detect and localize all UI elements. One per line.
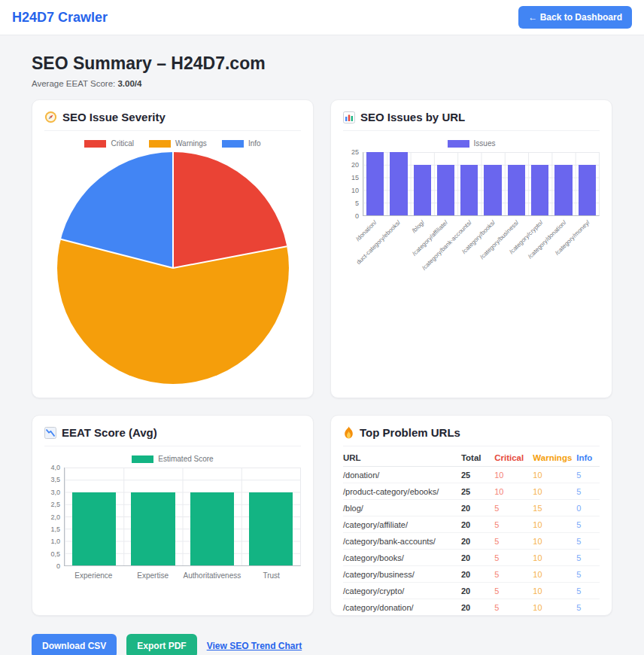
- y-tick-label: 20: [351, 161, 359, 169]
- table-row: /category/donation/205105: [343, 599, 600, 616]
- table-row: /category/business/205105: [343, 566, 600, 583]
- pie-slice-divider: [60, 239, 173, 269]
- issues-bar[interactable]: [390, 152, 407, 215]
- fire-icon: [343, 426, 354, 439]
- issues-bar[interactable]: [366, 152, 384, 215]
- legend-item[interactable]: Issues: [448, 139, 496, 148]
- x-tick: duct-category/ebooks/: [387, 216, 411, 272]
- top-bar: H24D7 Crawler ← Back to Dashboard: [0, 0, 644, 35]
- y-tick-label: 2,0: [50, 513, 60, 521]
- issues-bar[interactable]: [579, 165, 596, 215]
- cell-url: /category/donation/: [343, 599, 461, 616]
- legend-label: Issues: [474, 139, 496, 148]
- issues-chart: 2520151050 /donation/duct-category/ebook…: [343, 152, 600, 272]
- view-seo-trend-chart-link[interactable]: View SEO Trend Chart: [207, 641, 302, 651]
- eeat-plot[interactable]: [64, 468, 301, 566]
- issues-y-axis: 2520151050: [343, 152, 363, 216]
- eeat-x-labels: ExperienceExpertiseAuthoritativenessTrus…: [64, 571, 301, 580]
- eeat-bar[interactable]: [72, 492, 116, 566]
- legend-item[interactable]: Estimated Score: [132, 455, 213, 463]
- cell-warnings: 10: [533, 583, 576, 599]
- table-row: /category/crypto/205105: [343, 583, 600, 599]
- cell-info: 5: [576, 516, 600, 533]
- average-eeat-score-label: Average EEAT Score:: [32, 79, 115, 88]
- table-row: /category/bank-accounts/205105: [343, 533, 600, 550]
- issues-bar[interactable]: [484, 165, 501, 215]
- cell-url: /category/books/: [343, 550, 461, 566]
- cell-info: 0: [576, 500, 600, 516]
- issues-bar[interactable]: [508, 165, 525, 215]
- eeat-legend: Estimated Score: [44, 455, 301, 463]
- cell-url: /category/business/: [343, 566, 461, 583]
- x-tick: /category/money/: [576, 216, 600, 272]
- severity-pie[interactable]: [57, 152, 289, 384]
- cell-total: 20: [461, 599, 494, 616]
- eeat-bar[interactable]: [190, 492, 234, 566]
- legend-swatch: [149, 140, 171, 148]
- cell-total: 20: [461, 566, 494, 583]
- cell-critical: 10: [494, 483, 533, 500]
- cell-critical: 5: [494, 583, 533, 599]
- card-top-problem-urls: Top Problem URLs URLTotalCriticalWarning…: [330, 415, 612, 616]
- eeat-bar[interactable]: [131, 492, 175, 566]
- legend-item[interactable]: Info: [222, 139, 261, 148]
- x-tick-label: Trust: [242, 571, 301, 580]
- compass-icon: [44, 111, 57, 123]
- legend-label: Estimated Score: [158, 455, 213, 463]
- cell-url: /donation/: [343, 467, 461, 483]
- issues-bar[interactable]: [531, 165, 548, 215]
- cell-total: 20: [461, 550, 494, 566]
- issues-bar[interactable]: [460, 165, 478, 215]
- top-problem-urls-table: URLTotalCriticalWarningsInfo /donation/2…: [343, 449, 600, 616]
- cell-critical: 5: [494, 533, 533, 550]
- cell-info: 5: [576, 533, 600, 550]
- cell-critical: 5: [494, 500, 533, 516]
- card-title-issues: SEO Issues by URL: [343, 111, 600, 131]
- cell-url: /category/bank-accounts/: [343, 533, 461, 550]
- table-header-critical: Critical: [494, 449, 533, 467]
- y-tick-label: 25: [351, 148, 359, 156]
- issues-plot[interactable]: [363, 152, 600, 216]
- page-title: SEO Summary – H24D7.com: [32, 53, 612, 74]
- export-pdf-button[interactable]: Export PDF: [126, 634, 196, 655]
- issues-bar[interactable]: [437, 165, 454, 215]
- cell-info: 5: [576, 550, 600, 566]
- pie-slice-divider: [172, 152, 174, 268]
- x-tick-label: /donation/: [354, 219, 378, 242]
- bar-chart-icon: [343, 111, 355, 123]
- cell-warnings: 10: [533, 566, 576, 583]
- back-to-dashboard-button[interactable]: ← Back to Dashboard: [518, 6, 632, 29]
- legend-swatch: [132, 455, 153, 463]
- legend-item[interactable]: Critical: [84, 139, 134, 148]
- legend-swatch: [84, 140, 106, 148]
- average-eeat-score-value: 3.00/4: [117, 79, 141, 88]
- table-row: /category/affiliate/205105: [343, 516, 600, 533]
- issues-bar[interactable]: [414, 165, 431, 215]
- y-tick-label: 3,5: [50, 476, 60, 483]
- cell-info: 5: [576, 583, 600, 599]
- table-row: /category/books/205105: [343, 550, 600, 566]
- x-tick-label: Authoritativeness: [183, 571, 242, 580]
- y-tick-label: 4,0: [50, 464, 60, 471]
- cell-warnings: 10: [533, 550, 576, 566]
- download-csv-button[interactable]: Download CSV: [32, 634, 117, 655]
- legend-swatch: [448, 140, 469, 148]
- eeat-bar[interactable]: [249, 492, 293, 566]
- y-tick-label: 10: [351, 187, 359, 194]
- cell-total: 25: [461, 467, 494, 483]
- issues-x-labels: /donation/duct-category/ebooks//blog//ca…: [363, 216, 600, 272]
- issues-bar[interactable]: [554, 165, 572, 215]
- legend-label: Warnings: [175, 139, 207, 148]
- cell-total: 25: [461, 483, 494, 500]
- issues-legend: Issues: [343, 139, 600, 148]
- x-tick-label: Experience: [64, 571, 123, 580]
- x-tick-label: /blog/: [410, 219, 425, 234]
- legend-item[interactable]: Warnings: [149, 139, 207, 148]
- cell-total: 20: [461, 533, 494, 550]
- cell-info: 5: [576, 483, 600, 500]
- chart-decreasing-icon: [44, 427, 56, 439]
- card-title-eeat: EEAT Score (Avg): [44, 426, 301, 446]
- cell-critical: 5: [494, 550, 533, 566]
- legend-label: Critical: [111, 139, 134, 148]
- cell-info: 5: [576, 616, 600, 617]
